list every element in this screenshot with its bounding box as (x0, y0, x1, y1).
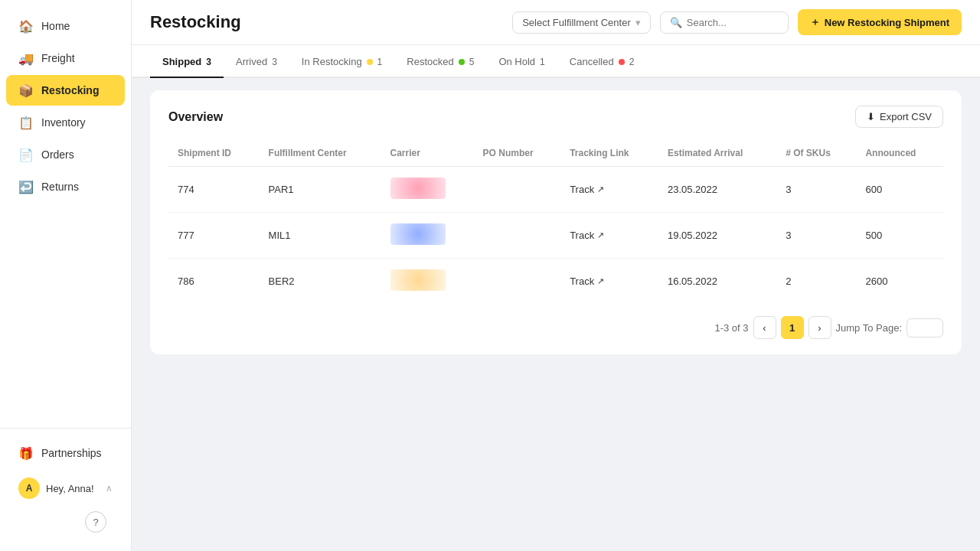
estimated-arrival-cell: 16.05.2022 (658, 259, 776, 305)
user-name: Hey, Anna! (46, 483, 100, 494)
tracking-link-cell[interactable]: Track ↗ (560, 167, 658, 213)
tab-restocked[interactable]: Restocked 5 (394, 45, 486, 78)
jump-to-input[interactable] (906, 318, 943, 337)
table-header-estimated-arrival: Estimated Arrival (658, 140, 776, 167)
sidebar-item-restocking[interactable]: 📦 Restocking (6, 75, 125, 106)
fulfillment-center-cell: BER2 (260, 259, 381, 305)
track-link[interactable]: Track ↗ (570, 230, 649, 241)
tab-count-on-hold: 1 (540, 57, 545, 67)
table-header---of-skus: # Of SKUs (776, 140, 856, 167)
sidebar-item-freight[interactable]: 🚚 Freight (6, 43, 125, 73)
sku-count-cell: 2 (776, 259, 856, 305)
tab-in-restocking[interactable]: In Restocking 1 (289, 45, 394, 78)
sidebar-item-orders[interactable]: 📄 Orders (6, 139, 125, 170)
sidebar-item-label-freight: Freight (41, 52, 75, 64)
chevron-down-icon: ▾ (635, 17, 641, 28)
partnerships-icon: 🎁 (18, 445, 34, 461)
tab-cancelled[interactable]: Cancelled 2 (557, 45, 647, 78)
new-restocking-shipment-button[interactable]: ＋ New Restocking Shipment (798, 9, 962, 35)
sidebar-item-returns[interactable]: ↩️ Returns (6, 171, 125, 202)
pagination-next-button[interactable]: › (808, 316, 831, 339)
tab-count-cancelled: 2 (629, 57, 635, 67)
tab-dot-cancelled (619, 59, 625, 65)
pagination: 1-3 of 3 ‹ 1 › Jump To Page: (168, 316, 943, 339)
table-row: 786 BER2 Track ↗ 16.05.2022 2 2600 (168, 259, 943, 305)
track-link[interactable]: Track ↗ (570, 184, 649, 195)
table-header-carrier: Carrier (381, 140, 474, 167)
home-icon: 🏠 (18, 18, 34, 34)
sidebar-item-label-home: Home (41, 20, 70, 32)
shipment-id: 786 (168, 259, 260, 305)
main-content: Shipped 3 Arrived 3 In Restocking 1 Rest… (132, 45, 980, 551)
tabs-bar: Shipped 3 Arrived 3 In Restocking 1 Rest… (132, 45, 980, 78)
inventory-icon: 📋 (18, 115, 34, 130)
fulfillment-center-cell: PAR1 (260, 167, 381, 213)
tab-count-shipped: 3 (206, 57, 211, 67)
tab-dot-restocked (459, 59, 465, 65)
carrier-cell (381, 167, 474, 213)
tab-dot-in-restocking (367, 59, 373, 65)
search-input[interactable] (687, 17, 779, 28)
pagination-prev-button[interactable]: ‹ (753, 316, 776, 339)
announced-cell: 500 (856, 213, 943, 259)
export-csv-button[interactable]: ⬇ Export CSV (855, 106, 943, 128)
estimated-arrival-cell: 19.05.2022 (658, 213, 776, 259)
search-box: 🔍 (660, 11, 789, 34)
freight-icon: 🚚 (18, 51, 34, 66)
download-icon: ⬇ (867, 111, 875, 122)
shipments-table: Shipment IDFulfillment CenterCarrierPO N… (168, 140, 943, 304)
overview-title: Overview (168, 110, 223, 124)
announced-cell: 2600 (856, 259, 943, 305)
carrier-logo (390, 269, 446, 291)
carrier-cell (381, 213, 474, 259)
sidebar-item-label-partnerships: Partnerships (41, 447, 102, 459)
tab-arrived[interactable]: Arrived 3 (224, 45, 289, 78)
tab-count-restocked: 5 (469, 57, 475, 67)
external-link-icon: ↗ (597, 276, 604, 286)
tab-on-hold[interactable]: On Hold 1 (486, 45, 557, 78)
estimated-arrival-cell: 23.05.2022 (658, 167, 776, 213)
plus-icon: ＋ (810, 15, 820, 29)
sidebar-item-home[interactable]: 🏠 Home (6, 11, 125, 41)
chevron-up-icon: ∧ (106, 483, 113, 494)
external-link-icon: ↗ (597, 184, 604, 194)
search-icon: 🔍 (670, 17, 682, 28)
external-link-icon: ↗ (597, 230, 604, 240)
sidebar-item-inventory[interactable]: 📋 Inventory (6, 107, 125, 138)
fulfillment-center-select[interactable]: Select Fulfillment Center ▾ (512, 11, 651, 34)
help-button[interactable]: ? (85, 511, 106, 533)
carrier-cell (381, 259, 474, 305)
sidebar-item-partnerships[interactable]: 🎁 Partnerships (6, 438, 125, 468)
table-row: 777 MIL1 Track ↗ 19.05.2022 3 500 (168, 213, 943, 259)
tab-label-on-hold: On Hold (498, 56, 535, 67)
tracking-link-cell[interactable]: Track ↗ (560, 213, 658, 259)
po-number-cell (474, 259, 561, 305)
overview-header: Overview ⬇ Export CSV (168, 106, 943, 128)
user-row[interactable]: A Hey, Anna! ∧ (6, 470, 125, 507)
sidebar-item-label-inventory: Inventory (41, 116, 86, 129)
jump-to-label: Jump To Page: (836, 322, 902, 334)
table-row: 774 PAR1 Track ↗ 23.05.2022 3 600 (168, 167, 943, 213)
main-area: Restocking Select Fulfillment Center ▾ 🔍… (132, 0, 980, 551)
carrier-logo (390, 178, 446, 199)
shipment-id: 774 (168, 167, 260, 213)
pagination-range: 1-3 of 3 (714, 322, 748, 334)
tab-label-in-restocking: In Restocking (302, 56, 362, 67)
tab-count-arrived: 3 (272, 57, 277, 67)
tab-count-in-restocking: 1 (377, 57, 383, 67)
table-header-po-number: PO Number (474, 140, 561, 167)
sku-count-cell: 3 (776, 167, 856, 213)
track-link[interactable]: Track ↗ (570, 276, 649, 287)
table-header-tracking-link: Tracking Link (560, 140, 658, 167)
returns-icon: ↩️ (18, 179, 34, 194)
tab-label-restocked: Restocked (407, 56, 453, 67)
po-number-cell (474, 167, 561, 213)
overview-card: Overview ⬇ Export CSV Shipment IDFulfill… (150, 90, 962, 354)
pagination-page-1-button[interactable]: 1 (781, 316, 804, 339)
sidebar-item-label-orders: Orders (41, 148, 74, 161)
tracking-link-cell[interactable]: Track ↗ (560, 259, 658, 305)
table-header-announced: Announced (856, 140, 943, 167)
orders-icon: 📄 (18, 147, 34, 162)
shipment-id: 777 (168, 213, 260, 259)
tab-shipped[interactable]: Shipped 3 (150, 45, 224, 78)
